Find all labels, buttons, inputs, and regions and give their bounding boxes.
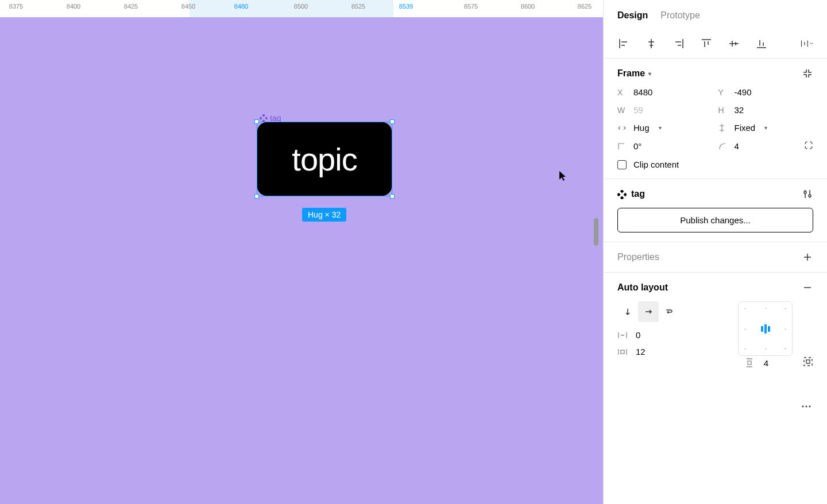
alignment-row	[604, 29, 827, 59]
y-field[interactable]: Y-490	[718, 87, 814, 97]
direction-horizontal-button[interactable]	[638, 301, 659, 322]
direction-buttons	[617, 301, 730, 322]
autolayout-section: Auto layout 0 12	[604, 273, 827, 378]
pad-v-field[interactable]: 4	[745, 358, 768, 368]
svg-point-9	[809, 195, 811, 197]
svg-point-14	[802, 406, 804, 408]
selection-box[interactable]: topic	[257, 122, 392, 196]
x-field[interactable]: X8480	[617, 87, 713, 97]
ruler-tick: 8625	[578, 3, 592, 10]
properties-title: Properties	[617, 252, 659, 262]
distribute-dropdown[interactable]	[801, 37, 813, 50]
canvas-scrollbar[interactable]	[594, 218, 598, 246]
ruler-tick: 8375	[9, 3, 23, 10]
remove-autolayout-button[interactable]	[802, 282, 813, 293]
direction-vertical-button[interactable]	[617, 301, 638, 322]
svg-point-8	[804, 191, 806, 193]
cursor-icon	[559, 171, 567, 181]
frame-dropdown[interactable]: Frame ▾	[617, 68, 651, 79]
inspector-panel: Design Prototype Frame ▾ X8480 Y-490 W59…	[603, 0, 827, 504]
fit-icon[interactable]	[802, 68, 813, 79]
alignment-box[interactable]	[738, 301, 793, 356]
direction-wrap-button[interactable]	[659, 301, 679, 322]
ruler-tick: 8539	[399, 3, 413, 10]
alignment-center-indicator	[761, 324, 770, 334]
svg-rect-12	[804, 358, 812, 366]
ruler-tick: 8480	[234, 3, 248, 10]
svg-rect-2	[260, 117, 262, 120]
svg-rect-5	[620, 196, 624, 199]
w-field[interactable]: W59	[617, 105, 713, 115]
svg-point-15	[806, 406, 807, 408]
ruler-tick: 8400	[67, 3, 80, 10]
frame-section: Frame ▾ X8480 Y-490 W59 H32 Hug▾ Fixed▾ …	[604, 59, 827, 179]
horiz-constraint-dropdown[interactable]: Hug▾	[617, 123, 713, 133]
vert-constraint-dropdown[interactable]: Fixed▾	[718, 123, 814, 133]
h-field[interactable]: H32	[718, 105, 814, 115]
ruler-tick: 8500	[294, 3, 308, 10]
ruler-tick: 8425	[124, 3, 138, 10]
ruler-tick: 8525	[351, 3, 365, 10]
svg-rect-10	[621, 350, 624, 354]
canvas[interactable]: tag topic Hug × 32	[0, 17, 603, 504]
svg-rect-4	[620, 190, 624, 193]
tag-text: topic	[292, 141, 357, 178]
align-right-icon[interactable]	[673, 37, 685, 50]
canvas-ruler[interactable]: 8375840084258450848085008525853985758600…	[0, 0, 603, 17]
clip-content-checkbox[interactable]: Clip content	[617, 160, 813, 169]
autolayout-more-button[interactable]	[799, 400, 813, 413]
resize-handle-tr[interactable]	[390, 119, 395, 124]
chevron-down-icon: ▾	[648, 71, 651, 77]
svg-rect-3	[265, 117, 268, 120]
checkbox-icon	[617, 160, 627, 169]
component-icon	[617, 190, 625, 198]
svg-rect-7	[623, 193, 627, 196]
align-vcenter-icon[interactable]	[728, 37, 740, 50]
padding-detail-icon[interactable]	[803, 356, 813, 369]
rotation-field[interactable]: 0°	[617, 141, 713, 152]
tab-prototype[interactable]: Prototype	[660, 10, 700, 21]
pad-h-field[interactable]: 12	[617, 347, 646, 356]
corner-detail-icon[interactable]	[804, 141, 813, 152]
ruler-tick: 8450	[181, 3, 195, 10]
align-left-icon[interactable]	[617, 37, 630, 50]
radius-field[interactable]: 4	[718, 141, 814, 152]
autolayout-title: Auto layout	[617, 282, 668, 293]
align-top-icon[interactable]	[700, 37, 713, 50]
component-section: tag Publish changes...	[604, 179, 827, 242]
svg-point-16	[809, 406, 811, 408]
properties-section: Properties	[604, 242, 827, 273]
svg-rect-0	[262, 114, 265, 117]
size-badge: Hug × 32	[302, 208, 346, 222]
panel-tabs: Design Prototype	[604, 0, 827, 29]
align-hcenter-icon[interactable]	[645, 37, 658, 50]
adjust-icon[interactable]	[802, 188, 813, 200]
tag-element[interactable]: topic	[257, 122, 392, 196]
resize-handle-bl[interactable]	[254, 194, 259, 199]
add-property-button[interactable]	[802, 251, 813, 263]
gap-field[interactable]: 0	[617, 330, 730, 340]
ruler-tick: 8575	[464, 3, 478, 10]
ruler-tick: 8600	[521, 3, 535, 10]
tab-design[interactable]: Design	[617, 10, 648, 21]
resize-handle-tl[interactable]	[254, 119, 259, 124]
align-bottom-icon[interactable]	[755, 37, 768, 50]
svg-rect-11	[748, 361, 751, 365]
svg-rect-6	[617, 193, 621, 196]
svg-rect-13	[806, 360, 810, 363]
component-icon	[260, 114, 268, 122]
publish-button[interactable]: Publish changes...	[617, 208, 813, 232]
component-name: tag	[631, 189, 645, 199]
resize-handle-br[interactable]	[390, 194, 395, 199]
